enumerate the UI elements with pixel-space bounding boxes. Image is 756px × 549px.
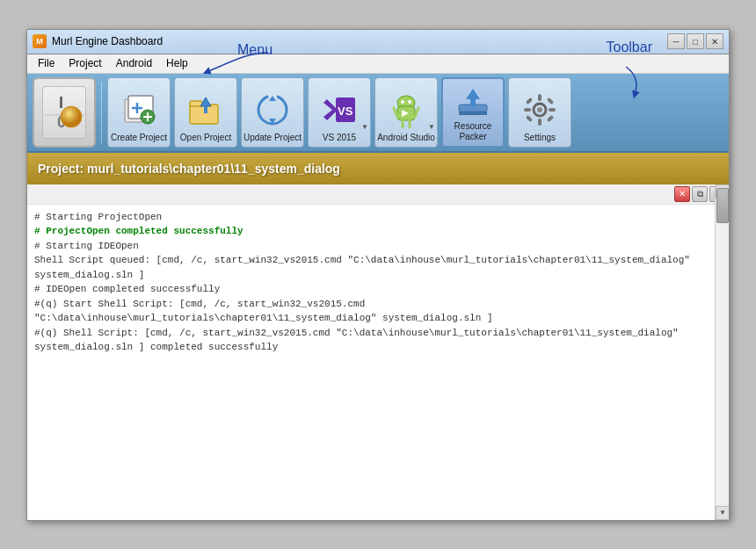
svg-marker-32 bbox=[466, 89, 480, 99]
log-line-2: # ProjectOpen completed successfully bbox=[34, 224, 711, 239]
update-project-label: Update Project bbox=[244, 133, 302, 143]
log-scrollbar[interactable]: ▲ ▼ bbox=[715, 184, 729, 520]
svg-text:I: I bbox=[59, 94, 63, 112]
log-line-5: # IDEOpen completed successfully bbox=[34, 282, 711, 297]
scrollbar-thumb[interactable] bbox=[716, 188, 729, 223]
window-title: Murl Engine Dashboard bbox=[52, 35, 163, 47]
android-studio-icon bbox=[385, 89, 427, 131]
log-copy-button[interactable]: ⧉ bbox=[692, 186, 708, 202]
svg-rect-14 bbox=[204, 106, 207, 113]
svg-line-23 bbox=[394, 108, 397, 117]
log-content: # Starting ProjectOpen # ProjectOpen com… bbox=[27, 205, 729, 520]
android-studio-label: Android Studio bbox=[377, 133, 435, 143]
svg-line-24 bbox=[415, 108, 418, 117]
android-studio-button[interactable]: Android Studio ▼ bbox=[374, 77, 438, 148]
resource-packer-button[interactable]: Resource Packer bbox=[441, 77, 505, 148]
update-project-icon bbox=[251, 89, 294, 131]
menu-bar: File Project Android Help bbox=[27, 54, 729, 74]
android-studio-dropdown-arrow[interactable]: ▼ bbox=[428, 124, 435, 131]
log-line-7: #(q) Shell Script: [cmd, /c, start_win32… bbox=[34, 326, 711, 355]
svg-point-27 bbox=[401, 100, 404, 104]
update-project-button[interactable]: Update Project bbox=[241, 77, 304, 148]
vs2015-button[interactable]: VS VS 2015 ▼ bbox=[308, 77, 371, 148]
maximize-button[interactable]: □ bbox=[687, 33, 704, 49]
create-project-label: Create Project bbox=[111, 133, 167, 143]
svg-rect-42 bbox=[526, 114, 533, 121]
svg-rect-37 bbox=[538, 119, 542, 126]
resource-packer-label: Resource Packer bbox=[443, 121, 503, 142]
title-bar: M Murl Engine Dashboard ─ □ ✕ bbox=[27, 30, 729, 54]
menu-project[interactable]: Project bbox=[62, 54, 108, 73]
svg-point-3 bbox=[61, 106, 82, 127]
active-project-bar: Project: murl_tutorials\chapter01\11_sys… bbox=[27, 153, 729, 184]
open-project-label: Open Project bbox=[180, 133, 231, 143]
svg-text:VS: VS bbox=[338, 105, 353, 118]
vs2015-icon: VS bbox=[318, 89, 360, 131]
svg-rect-31 bbox=[459, 112, 487, 115]
svg-point-35 bbox=[537, 107, 542, 112]
toolbar-separator-1 bbox=[101, 82, 102, 143]
log-toolbar: ✕ ⧉ ▤ bbox=[27, 184, 729, 205]
toolbar: I 0 bbox=[27, 74, 729, 153]
menu-help[interactable]: Help bbox=[159, 54, 195, 73]
svg-rect-12 bbox=[190, 101, 202, 106]
menu-file[interactable]: File bbox=[31, 54, 62, 73]
app-icon: M bbox=[33, 34, 47, 48]
settings-button[interactable]: Settings bbox=[508, 77, 571, 148]
svg-rect-36 bbox=[538, 94, 542, 101]
vs2015-label: VS 2015 bbox=[323, 133, 356, 143]
log-line-3: # Starting IDEOpen bbox=[34, 239, 711, 254]
menu-android[interactable]: Android bbox=[109, 54, 159, 73]
scrollbar-down-arrow[interactable]: ▼ bbox=[716, 506, 729, 520]
main-window: M Murl Engine Dashboard ─ □ ✕ File Proje… bbox=[26, 29, 730, 521]
svg-marker-18 bbox=[323, 99, 338, 120]
log-area: ✕ ⧉ ▤ # Starting ProjectOpen # ProjectOp… bbox=[27, 184, 729, 520]
svg-rect-38 bbox=[524, 108, 531, 112]
create-project-icon bbox=[118, 89, 160, 131]
svg-rect-43 bbox=[547, 114, 554, 121]
settings-label: Settings bbox=[524, 133, 556, 143]
vs2015-dropdown-arrow[interactable]: ▼ bbox=[361, 124, 368, 131]
power-button[interactable]: I 0 bbox=[33, 77, 96, 148]
log-line-6: #(q) Start Shell Script: [cmd, /c, start… bbox=[34, 297, 711, 326]
svg-rect-40 bbox=[526, 97, 533, 104]
open-project-button[interactable]: Open Project bbox=[174, 77, 237, 148]
log-line-1: # Starting ProjectOpen bbox=[34, 210, 711, 225]
close-button[interactable]: ✕ bbox=[706, 33, 723, 49]
log-line-4: Shell Script queued: [cmd, /c, start_win… bbox=[34, 253, 711, 282]
svg-rect-39 bbox=[549, 108, 556, 112]
window-controls: ─ □ ✕ bbox=[667, 33, 723, 49]
active-project-text: Project: murl_tutorials\chapter01\11_sys… bbox=[38, 162, 340, 176]
minimize-button[interactable]: ─ bbox=[667, 33, 685, 49]
svg-rect-33 bbox=[470, 99, 476, 106]
svg-marker-16 bbox=[269, 96, 276, 101]
settings-icon bbox=[519, 89, 561, 131]
resource-packer-icon bbox=[452, 79, 494, 119]
svg-point-28 bbox=[408, 100, 411, 104]
svg-rect-41 bbox=[547, 97, 554, 104]
log-clear-button[interactable]: ✕ bbox=[674, 186, 690, 202]
open-project-icon bbox=[185, 89, 227, 131]
create-project-button[interactable]: Create Project bbox=[107, 77, 171, 148]
